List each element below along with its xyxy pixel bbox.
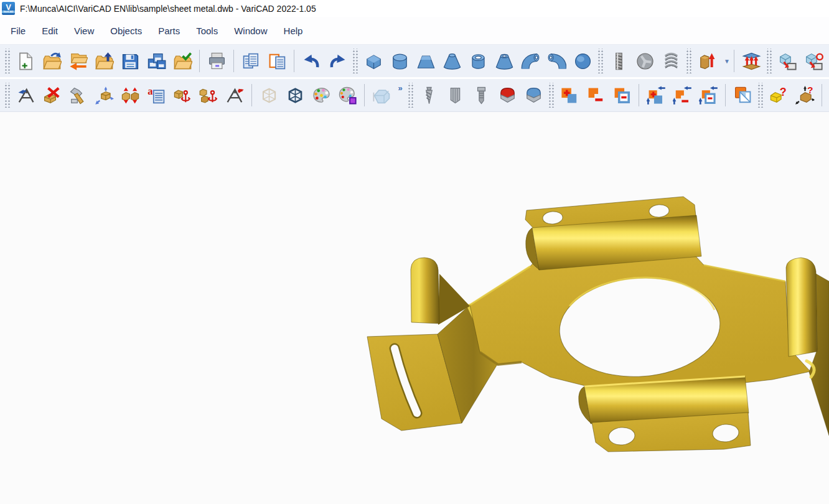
toolbar-drag-handle[interactable] <box>4 83 10 108</box>
toolbar-drag-handle[interactable] <box>352 49 358 73</box>
shaded-view-icon[interactable] <box>370 82 393 108</box>
title-bar: VVariCAD F:\Munca\AICI\VariCAD EN\lib\sa… <box>0 0 829 17</box>
part-right-arm <box>786 258 829 436</box>
print-icon[interactable] <box>205 48 228 74</box>
varicad-window: { "window": { "title": "F:\\Munca\\AICI\… <box>0 0 829 504</box>
lift-solid-icon[interactable] <box>740 48 762 74</box>
prism-solid-icon[interactable] <box>415 48 437 74</box>
svg-text:?: ? <box>779 86 786 98</box>
identify-solid-icon[interactable]: ? <box>767 82 790 108</box>
menu-item-window[interactable]: Window <box>226 22 275 40</box>
part-bottom-flange <box>579 376 751 452</box>
toolbar-separator <box>734 50 734 72</box>
sphere-solid-icon[interactable] <box>571 48 594 74</box>
bend-blue-icon[interactable] <box>522 82 545 108</box>
edit-solid-icon[interactable] <box>67 82 89 108</box>
delete-solid-icon[interactable] <box>40 82 63 108</box>
redo-icon[interactable] <box>326 48 349 74</box>
anchor-group-icon[interactable] <box>197 82 220 108</box>
measure-solid-icon[interactable]: ? <box>794 82 816 108</box>
extrude-dropdown-arrow[interactable]: ▼ <box>720 48 730 74</box>
spring-solid-icon[interactable] <box>660 48 682 74</box>
menu-item-objects[interactable]: Objects <box>102 22 150 40</box>
solid-to-view-edit-icon[interactable] <box>802 48 825 74</box>
svg-text:a: a <box>148 86 153 97</box>
copy-icon[interactable] <box>240 48 262 74</box>
undo-icon[interactable] <box>300 48 322 74</box>
blade-wheel-solid-icon[interactable] <box>634 48 656 74</box>
paste-icon[interactable] <box>266 48 288 74</box>
viewport-3d[interactable] <box>0 112 829 504</box>
wire-box-light-icon[interactable] <box>258 82 280 108</box>
hollow-cone-solid-icon[interactable] <box>493 48 515 74</box>
anchor-solid-icon[interactable] <box>171 82 194 108</box>
toolbar-drag-handle[interactable] <box>757 83 763 108</box>
menu-item-view[interactable]: View <box>66 22 102 40</box>
menu-item-parts[interactable]: Parts <box>150 22 188 40</box>
toolbar-drag-handle[interactable] <box>597 49 603 73</box>
toolbar-separator <box>251 84 252 106</box>
revert-file-icon[interactable] <box>67 48 89 74</box>
toolbar-overflow-chevron[interactable]: » <box>395 82 406 108</box>
toolbar-separator <box>822 84 822 106</box>
bool-union-move-icon[interactable] <box>645 82 667 108</box>
toolbar-separator <box>294 50 294 72</box>
toolbar-separator <box>639 84 639 106</box>
toolbar-separator <box>725 84 726 106</box>
menu-item-help[interactable]: Help <box>276 22 311 40</box>
palette-icon[interactable] <box>310 82 332 108</box>
drill-icon[interactable] <box>418 82 440 108</box>
save-all-icon[interactable] <box>145 48 167 74</box>
toolbar-drag-handle[interactable] <box>548 83 554 108</box>
toolbar-row-main: ▼ <box>0 45 829 79</box>
varicad-logo-icon[interactable]: VVariCAD <box>2 2 15 15</box>
toolbar-row-solids: a»?? <box>0 79 829 112</box>
box-solid-icon[interactable] <box>362 48 385 74</box>
mill-icon[interactable] <box>444 82 466 108</box>
menu-item-file[interactable]: File <box>2 22 34 40</box>
menu-item-edit[interactable]: Edit <box>34 22 66 40</box>
toolbar-drag-handle[interactable] <box>766 49 772 73</box>
bend-red-icon[interactable] <box>496 82 518 108</box>
bool-cut-icon[interactable] <box>584 82 607 108</box>
window-title: F:\Munca\AICI\VariCAD EN\lib\sample\shee… <box>20 4 316 14</box>
toolbar-separator <box>233 50 234 72</box>
cone-solid-icon[interactable] <box>441 48 463 74</box>
new-file-icon[interactable] <box>14 48 37 74</box>
elbow-solid-icon[interactable] <box>519 48 541 74</box>
sheet-metal-part <box>0 112 829 504</box>
menu-item-tools[interactable]: Tools <box>188 22 226 40</box>
bool-intersect-icon[interactable] <box>731 82 754 108</box>
solid-to-view-icon[interactable] <box>776 48 799 74</box>
svg-text:?: ? <box>807 86 813 95</box>
menu-bar: FileEditViewObjectsPartsToolsWindowHelp <box>0 17 829 45</box>
toolbar-drag-handle[interactable] <box>407 83 413 108</box>
move-solid-icon[interactable] <box>93 82 115 108</box>
tube-solid-icon[interactable] <box>467 48 489 74</box>
toolbar-separator <box>364 84 365 106</box>
pipe-bend-solid-icon[interactable] <box>545 48 568 74</box>
bool-union-icon[interactable] <box>558 82 581 108</box>
insert-solid-icon[interactable] <box>14 82 37 108</box>
save-ok-icon[interactable] <box>171 48 194 74</box>
wire-box-dark-icon[interactable] <box>284 82 306 108</box>
import-file-icon[interactable] <box>93 48 115 74</box>
toolbar-drag-handle[interactable] <box>4 49 10 73</box>
thread-solid-icon[interactable] <box>607 48 630 74</box>
cylinder-solid-icon[interactable] <box>388 48 411 74</box>
bool-cut-inner-icon[interactable] <box>611 82 633 108</box>
bool-cut-move-icon[interactable] <box>671 82 693 108</box>
open-file-icon[interactable] <box>40 48 63 74</box>
bolt-icon[interactable] <box>470 82 492 108</box>
toolbar-drag-handle[interactable] <box>685 49 691 73</box>
save-icon[interactable] <box>119 48 141 74</box>
remove-solid-icon[interactable] <box>223 82 246 108</box>
palette-pick-icon[interactable] <box>336 82 358 108</box>
toolbar-area: ▼ a»?? <box>0 45 829 112</box>
reorder-solids-icon[interactable] <box>119 82 141 108</box>
toolbar-separator <box>199 50 200 72</box>
part-central-plate <box>470 256 810 386</box>
bool-cut-inner-move-icon[interactable] <box>697 82 719 108</box>
attributes-icon[interactable]: a <box>145 82 167 108</box>
extrude-solid-icon[interactable] <box>696 48 718 74</box>
